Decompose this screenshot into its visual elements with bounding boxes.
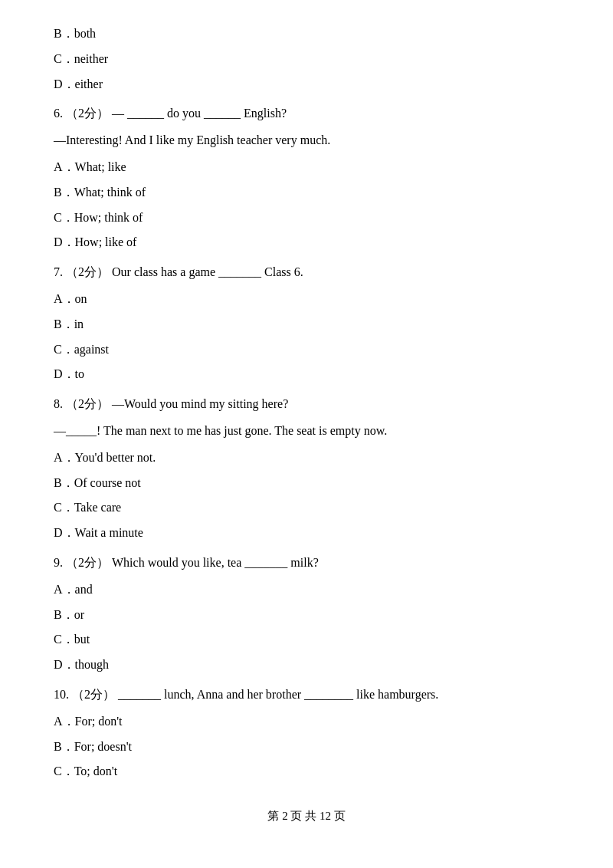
q8-option-d: D．Wait a minute: [54, 522, 559, 544]
question-8-dialogue: —_____! The man next to me has just gone…: [54, 420, 559, 442]
q7-option-c: C．against: [54, 339, 559, 361]
question-7-stem: 7. （2分） Our class has a game _______ Cla…: [54, 261, 559, 284]
question-9-number: 9: [54, 556, 60, 569]
question-9: 9. （2分） Which would you like, tea ______…: [54, 552, 559, 676]
question-7-number: 7: [54, 265, 60, 278]
question-9-stem: 9. （2分） Which would you like, tea ______…: [54, 552, 559, 574]
question-10-text: _______ lunch, Anna and her brother ____…: [118, 688, 438, 701]
q7-option-b: B．in: [54, 314, 559, 336]
option-d-either: D．either: [54, 74, 559, 96]
q9-option-a: A．and: [54, 579, 559, 601]
question-10-stem: 10. （2分） _______ lunch, Anna and her bro…: [54, 684, 559, 706]
page-footer: 第 2 页 共 12 页: [54, 806, 559, 827]
question-10-points: （2分）: [72, 688, 115, 701]
q9-option-c: C．but: [54, 629, 559, 651]
q9-option-b: B．or: [54, 604, 559, 626]
q9-option-d: D．though: [54, 654, 559, 676]
q8-option-c: C．Take care: [54, 497, 559, 519]
q6-option-d: D．How; like of: [54, 232, 559, 254]
q10-option-c: C．To; don't: [54, 761, 559, 783]
option-c-neither: C．neither: [54, 48, 559, 71]
question-8-text: —Would you mind my sitting here?: [112, 397, 288, 410]
question-continuation: B．both C．neither D．either: [54, 23, 559, 95]
q10-option-a: A．For; don't: [54, 711, 559, 733]
q6-option-a: A．What; like: [54, 156, 559, 179]
page-content: B．both C．neither D．either 6. （2分） — ____…: [54, 23, 559, 827]
question-7-text: Our class has a game _______ Class 6.: [112, 265, 303, 278]
q7-option-a: A．on: [54, 288, 559, 311]
question-8-stem: 8. （2分） —Would you mind my sitting here?: [54, 393, 559, 416]
question-8: 8. （2分） —Would you mind my sitting here?…: [54, 393, 559, 544]
question-7: 7. （2分） Our class has a game _______ Cla…: [54, 261, 559, 386]
q8-option-a: A．You'd better not.: [54, 447, 559, 469]
option-b-both: B．both: [54, 23, 559, 45]
question-9-text: Which would you like, tea _______ milk?: [112, 556, 319, 569]
page-footer-text: 第 2 页 共 12 页: [267, 810, 345, 822]
question-6-text: — ______ do you ______ English?: [112, 107, 287, 120]
question-10: 10. （2分） _______ lunch, Anna and her bro…: [54, 684, 559, 783]
question-10-number: 10: [54, 688, 66, 701]
question-8-points: （2分）: [66, 397, 109, 410]
q10-option-b: B．For; doesn't: [54, 736, 559, 758]
q6-option-b: B．What; think of: [54, 182, 559, 204]
question-6-stem: 6. （2分） — ______ do you ______ English?: [54, 103, 559, 125]
question-6: 6. （2分） — ______ do you ______ English? …: [54, 103, 559, 254]
q8-option-b: B．Of course not: [54, 472, 559, 495]
question-6-points: （2分）: [66, 107, 109, 120]
q7-option-d: D．to: [54, 363, 559, 386]
question-6-dialogue: —Interesting! And I like my English teac…: [54, 130, 559, 152]
question-7-points: （2分）: [66, 265, 109, 278]
question-8-number: 8: [54, 397, 60, 410]
q6-option-c: C．How; think of: [54, 207, 559, 229]
question-6-number: 6: [54, 107, 60, 120]
question-9-points: （2分）: [66, 556, 109, 569]
